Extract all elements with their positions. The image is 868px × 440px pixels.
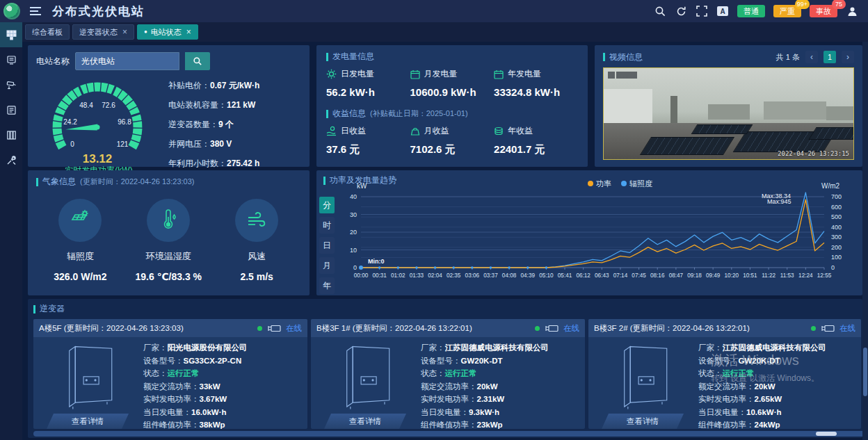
legend-irradiance-dot-icon [621, 181, 627, 186]
field-model: 设备型号：SG33CX-2P-CN [143, 356, 302, 366]
plug-icon [266, 324, 282, 333]
fullscreen-icon[interactable] [696, 5, 708, 17]
field-vendor: 厂家：江苏固德威电源科技有限公司 [698, 343, 855, 353]
station-search-button[interactable] [185, 52, 210, 70]
svg-text:07:14: 07:14 [613, 272, 628, 279]
horizontal-scrollbar[interactable] [33, 431, 868, 437]
search-icon[interactable] [654, 5, 666, 17]
legend-irradiance[interactable]: 辐照度 [621, 179, 652, 189]
alarm-badge-normal[interactable]: 普通 [737, 5, 765, 17]
sidebar-item-tools[interactable] [0, 147, 22, 172]
field-peak-power: 组件峰值功率：24kWp [698, 420, 855, 429]
tab-bar: 综合看板 逆变器状态 × ● 电站状态 × [22, 22, 868, 42]
stat-inverter-count: 逆变器数量：9 个 [168, 119, 301, 131]
tab-label: 综合看板 [32, 27, 63, 38]
view-details-button[interactable]: 查看详情 [602, 414, 684, 429]
sidebar-item-report[interactable] [0, 97, 22, 122]
online-status-dot-icon [257, 326, 262, 331]
svg-text:04:08: 04:08 [502, 272, 517, 279]
refresh-icon[interactable] [675, 5, 687, 17]
irradiance-cell: 辐照度 326.0 W/m2 [36, 199, 124, 282]
tab-label: 电站状态 [151, 27, 182, 38]
svg-text:00:00: 00:00 [354, 272, 369, 279]
svg-text:05:41: 05:41 [558, 272, 572, 279]
view-details-button[interactable]: 查看详情 [324, 414, 406, 429]
tab-inverter-status[interactable]: 逆变器状态 × [72, 24, 134, 40]
alarm-badge-severe[interactable]: 严重 99+ [773, 5, 801, 17]
alarm-badge-severe-label: 严重 [780, 7, 795, 15]
sidebar-item-camera[interactable] [0, 72, 22, 97]
field-realtime-power: 实时发电功率：2.65kW [698, 394, 855, 405]
plug-icon [820, 324, 835, 333]
online-status-label: 在线 [563, 323, 579, 334]
video-next-button[interactable]: › [842, 51, 854, 63]
svg-text:11:22: 11:22 [762, 272, 775, 279]
gauge-tick: 121 [117, 140, 129, 148]
daily-generation: 日发电量 56.2 kW·h [326, 68, 410, 98]
field-realtime-power: 实时发电功率：3.67kW [143, 394, 302, 405]
tab-dashboard[interactable]: 综合看板 [25, 24, 70, 40]
period-tab-day[interactable]: 日 [319, 237, 335, 254]
tab-active-dot-icon: ● [144, 29, 147, 35]
svg-text:03:37: 03:37 [483, 272, 498, 279]
svg-text:08:16: 08:16 [650, 272, 665, 279]
trend-chart[interactable]: 010020030040050060070001020304000:0000:3… [340, 191, 856, 290]
tab-label: 逆变器状态 [79, 27, 118, 38]
app-title: 分布式光伏电站 [52, 3, 145, 19]
menu-toggle-icon[interactable] [30, 6, 42, 16]
period-tab-minute[interactable]: 分 [319, 197, 335, 213]
revenue-title: 收益信息 [332, 108, 366, 120]
irradiance-icon [68, 209, 92, 232]
plug-icon [544, 324, 559, 333]
period-tab-hour[interactable]: 时 [319, 217, 335, 234]
report-list-icon [6, 105, 17, 115]
vertical-scrollbar[interactable] [862, 42, 868, 440]
legend-power-dot-icon [588, 181, 593, 186]
search-icon [193, 56, 202, 66]
sidebar-item-dashboard[interactable] [0, 22, 22, 47]
online-status-label: 在线 [286, 323, 302, 334]
gauge-tick: 72.6 [102, 101, 115, 109]
weather-title: 气象信息 [42, 176, 76, 188]
svg-text:09:49: 09:49 [706, 272, 721, 279]
tab-station-status[interactable]: ● 电站状态 × [137, 24, 198, 40]
translate-icon[interactable]: A [716, 5, 729, 17]
gauge-tick: 24.2 [63, 118, 77, 126]
tab-close-icon[interactable]: × [122, 27, 127, 37]
legend-power[interactable]: 功率 [588, 179, 611, 189]
svg-text:08:47: 08:47 [669, 272, 684, 279]
sidebar-item-archive[interactable] [0, 122, 22, 147]
field-status: 状态：运行正常 [421, 368, 579, 379]
period-tab-month[interactable]: 月 [319, 257, 335, 274]
cctv-video-frame[interactable]: 2022-04-26 13:23:15 [603, 67, 854, 160]
view-details-button[interactable]: 查看详情 [47, 414, 129, 429]
svg-text:09:18: 09:18 [687, 272, 702, 279]
max-irradiance-annotation: Max:945 [767, 198, 791, 205]
alarm-badge-accident[interactable]: 事故 75 [810, 5, 837, 17]
sidebar-item-device[interactable] [0, 47, 22, 72]
inverter-card: B楼3F 2# (更新时间：2022-04-26 13:22:01) 在线 [588, 319, 861, 429]
coins-icon [494, 127, 504, 136]
field-rated-power: 额定交流功率：20kW [421, 382, 579, 392]
user-icon[interactable] [846, 5, 858, 17]
field-peak-power: 组件峰值功率：23kWp [421, 420, 579, 429]
device-icon [6, 55, 17, 65]
video-page-number[interactable]: 1 [823, 51, 836, 63]
wrench-tools-icon [6, 155, 17, 165]
gauge-value: 13.12 [83, 152, 113, 166]
svg-text:200: 200 [831, 244, 842, 251]
field-vendor: 厂家：阳光电源股份有限公司 [143, 343, 302, 353]
online-status-dot-icon [535, 326, 540, 331]
inverters-section: 逆变器 A楼5F (更新时间：2022-04-26 13:23:03) 在线 [28, 299, 862, 438]
svg-text:01:33: 01:33 [410, 272, 424, 279]
field-realtime-power: 实时发电功率：2.31kW [421, 394, 579, 405]
period-tab-year[interactable]: 年 [319, 277, 335, 294]
svg-text:02:04: 02:04 [428, 272, 442, 279]
station-name-input[interactable] [75, 52, 179, 70]
svg-text:20: 20 [350, 229, 357, 236]
tab-close-icon[interactable]: × [186, 27, 191, 37]
generation-title: 发电量信息 [332, 51, 374, 63]
chart-legend: 功率 辐照度 [588, 179, 652, 189]
video-prev-button[interactable]: ‹ [805, 51, 818, 63]
purse-icon [410, 127, 420, 136]
